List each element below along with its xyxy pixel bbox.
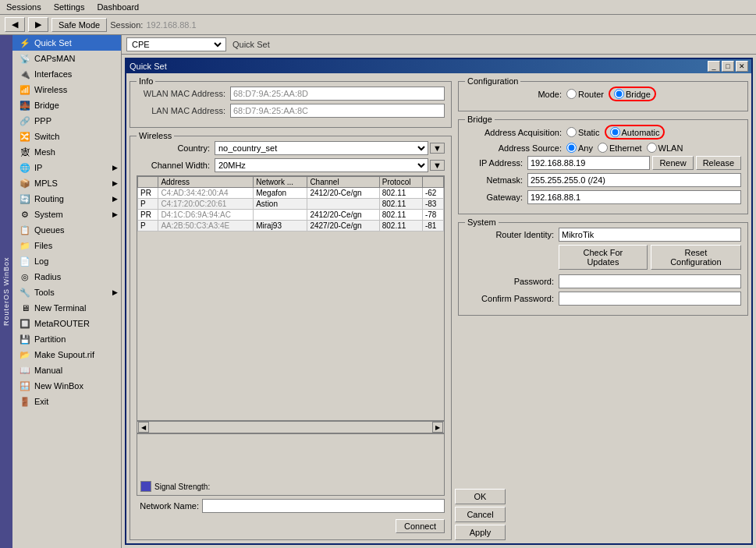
confirm-password-input[interactable] [559, 292, 741, 306]
scroll-left-btn[interactable]: ◀ [138, 422, 149, 433]
wifi-table-container[interactable]: Address Network ... Channel Protocol [137, 175, 445, 421]
sidebar-item-queues[interactable]: 📋 Queues [12, 222, 121, 238]
apply-button[interactable]: Apply [455, 525, 506, 540]
sidebar-item-exit[interactable]: 🚪 Exit [12, 394, 121, 409]
addr-automatic-option[interactable]: Automatic [605, 125, 665, 140]
sidebar-label-meta-router: MetaROUTER [34, 319, 90, 328]
sidebar-item-make-supout[interactable]: 📂 Make Supout.rif [12, 347, 121, 362]
sidebar-item-ip[interactable]: 🌐 IP ▶ [12, 160, 121, 175]
addr-any-radio[interactable] [566, 143, 577, 153]
sidebar-item-quick-set[interactable]: ⚡ Quick Set [12, 35, 121, 51]
sidebar-item-wireless[interactable]: 📶 Wireless [12, 82, 121, 97]
forward-button[interactable]: ▶ [28, 17, 48, 32]
country-dropdown-btn[interactable]: ▼ [430, 143, 445, 154]
sidebar-item-system[interactable]: ⚙ System ▶ [12, 207, 121, 222]
renew-button[interactable]: Renew [652, 156, 693, 170]
addr-automatic-label: Automatic [622, 128, 660, 137]
sidebar-label-ip: IP [34, 163, 42, 172]
check-updates-button[interactable]: Check For Updates [559, 245, 648, 270]
sidebar-label-bridge: Bridge [34, 101, 59, 110]
password-input[interactable] [559, 274, 741, 288]
sidebar-label-files: Files [34, 241, 52, 250]
mode-router-option[interactable]: Router [566, 89, 604, 99]
ip-arrow-icon: ▶ [112, 164, 118, 171]
quickset-dropdown[interactable]: CPE AP Home AP Home AP Dual Band WISP AP… [126, 37, 226, 51]
config-panels: Configuration Mode: Router [452, 76, 748, 489]
addr-any-label: Any [578, 143, 593, 153]
sidebar-item-meta-router[interactable]: 🔲 MetaROUTER [12, 316, 121, 331]
minimize-button[interactable]: _ [708, 61, 720, 72]
mpls-icon: 📦 [19, 177, 31, 189]
quickset-select[interactable]: CPE AP Home AP Home AP Dual Band WISP AP… [129, 39, 224, 50]
lan-mac-input[interactable] [230, 104, 445, 118]
close-button[interactable]: ✕ [736, 61, 748, 72]
network-name-input[interactable] [202, 499, 445, 513]
cell-address: C4:17:20:0C:20:61 [158, 199, 254, 210]
quick-set-icon: ⚡ [19, 37, 31, 49]
ip-address-input[interactable] [527, 156, 650, 170]
horizontal-scrollbar[interactable]: ◀ ▶ [137, 421, 445, 433]
ok-button[interactable]: OK [455, 489, 506, 504]
sidebar-item-new-winbox[interactable]: 🪟 New WinBox [12, 378, 121, 394]
files-icon: 📁 [19, 239, 31, 252]
sidebar-item-bridge[interactable]: 🌉 Bridge [12, 97, 121, 113]
addr-static-option[interactable]: Static [566, 127, 600, 137]
lan-mac-row: LAN MAC Address: [137, 104, 445, 118]
mode-bridge-option[interactable]: Bridge [609, 87, 656, 101]
wlan-mac-input[interactable] [230, 87, 445, 101]
release-button[interactable]: Release [696, 156, 741, 170]
addr-ethernet-option[interactable]: Ethernet [598, 143, 642, 153]
sidebar-item-log[interactable]: 📄 Log [12, 253, 121, 269]
scroll-track[interactable] [151, 424, 431, 430]
sidebar-item-partition[interactable]: 💾 Partition [12, 331, 121, 347]
sidebar-label-wireless: Wireless [34, 85, 67, 94]
table-row[interactable]: P AA:2B:50:C3:A3:4E Miraj93 2427/20-Ce/g… [138, 221, 444, 232]
router-identity-input[interactable] [559, 228, 741, 242]
sidebar-item-mpls[interactable]: 📦 MPLS ▶ [12, 175, 121, 191]
sidebar-item-ppp[interactable]: 🔗 PPP [12, 113, 121, 129]
reset-configuration-button[interactable]: Reset Configuration [651, 245, 741, 270]
addr-wlan-radio[interactable] [647, 143, 657, 153]
sidebar-item-radius[interactable]: ◎ Radius [12, 269, 121, 285]
addr-ethernet-radio[interactable] [598, 143, 608, 153]
switch-icon: 🔀 [19, 130, 31, 143]
table-row[interactable]: PR C4:AD:34:42:00:A4 Megafon 2412/20-Ce/… [138, 188, 444, 199]
safe-mode-button[interactable]: Safe Mode [51, 18, 107, 32]
addr-wlan-option[interactable]: WLAN [647, 143, 683, 153]
menu-settings[interactable]: Settings [51, 2, 88, 12]
action-buttons: OK Cancel Apply [452, 489, 748, 540]
back-button[interactable]: ◀ [5, 17, 25, 32]
connect-button[interactable]: Connect [396, 519, 445, 533]
addr-static-radio[interactable] [566, 127, 577, 137]
channel-width-dropdown-btn[interactable]: ▼ [430, 160, 445, 171]
sidebar-item-new-terminal[interactable]: 🖥 New Terminal [12, 300, 121, 316]
country-select[interactable]: no_country_set [215, 141, 428, 155]
sidebar-item-tools[interactable]: 🔧 Tools ▶ [12, 285, 121, 300]
sidebar-item-mesh[interactable]: 🕸 Mesh [12, 144, 121, 160]
table-row[interactable]: PR D4:1C:D6:9A:94:AC 2412/20-Ce/gn 802.1… [138, 210, 444, 221]
session-label: Session: [110, 20, 143, 30]
addr-static-label: Static [578, 128, 600, 137]
sidebar-item-routing[interactable]: 🔄 Routing ▶ [12, 191, 121, 207]
table-row[interactable]: P C4:17:20:0C:20:61 Astion 802.11 -83 [138, 199, 444, 210]
netmask-input[interactable] [527, 173, 741, 187]
sidebar-item-capsman[interactable]: 📡 CAPsMAN [12, 51, 121, 66]
sidebar-item-switch[interactable]: 🔀 Switch [12, 129, 121, 144]
menu-dashboard[interactable]: Dashboard [94, 2, 142, 12]
addr-any-option[interactable]: Any [566, 143, 593, 153]
addr-automatic-radio[interactable] [610, 127, 620, 137]
cell-signal: -81 [422, 221, 443, 232]
sidebar-item-manual[interactable]: 📖 Manual [12, 362, 121, 378]
cancel-button[interactable]: Cancel [455, 507, 506, 522]
gateway-input[interactable] [527, 190, 741, 204]
channel-width-select[interactable]: 20MHz [215, 158, 428, 172]
sidebar-item-files[interactable]: 📁 Files [12, 238, 121, 253]
sidebar-item-interfaces[interactable]: 🔌 Interfaces [12, 66, 121, 82]
maximize-button[interactable]: □ [722, 61, 734, 72]
scroll-right-btn[interactable]: ▶ [432, 422, 443, 433]
mode-bridge-radio[interactable] [614, 89, 624, 99]
sidebar-label-routing: Routing [34, 194, 64, 203]
mode-router-radio[interactable] [566, 89, 577, 99]
menu-sessions[interactable]: Sessions [3, 2, 44, 12]
cell-protocol: 802.11 [379, 221, 422, 232]
